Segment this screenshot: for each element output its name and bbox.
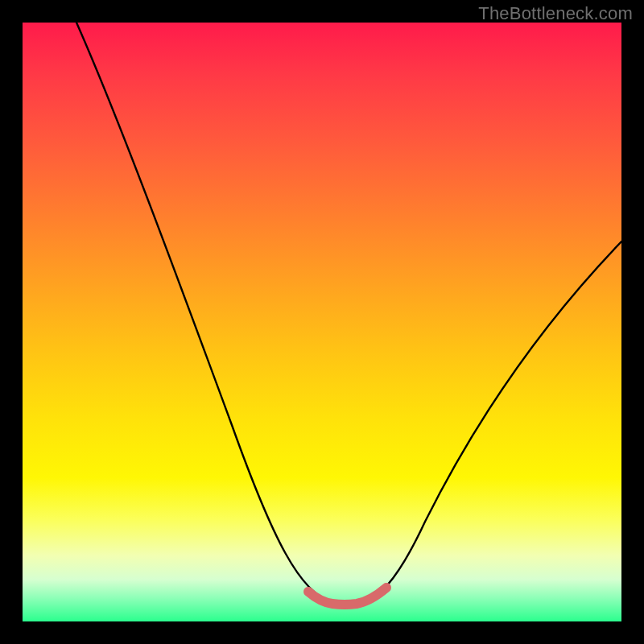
watermark-text: TheBottleneck.com <box>478 3 633 24</box>
bottleneck-curve <box>76 23 621 605</box>
chart-stage: TheBottleneck.com <box>0 0 644 644</box>
curve-overlay <box>23 23 621 621</box>
plot-area <box>23 23 621 621</box>
flat-bottom-highlight <box>308 588 386 605</box>
